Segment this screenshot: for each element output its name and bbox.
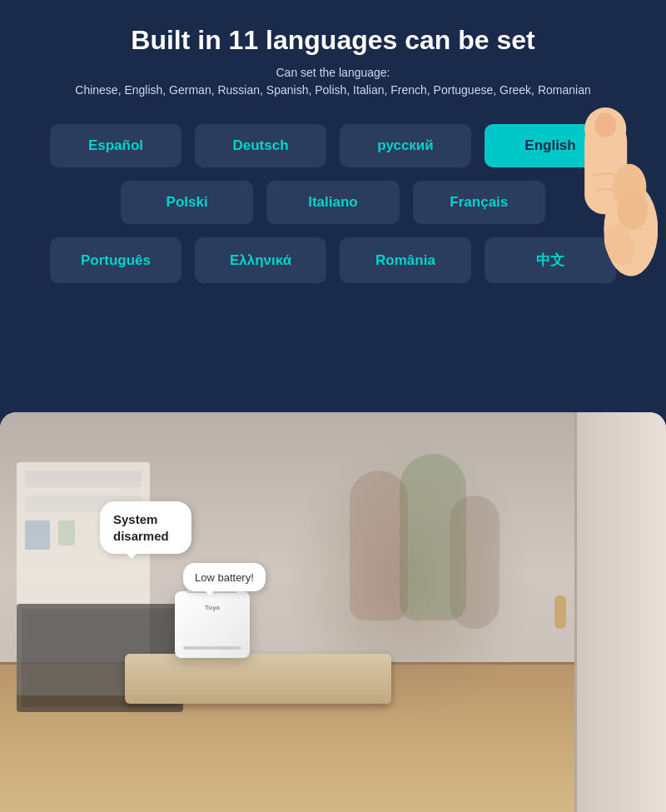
language-grid: Español Deutsch русский English Polski I… [17,116,649,283]
finger-illustration [558,75,658,291]
lang-btn-russian[interactable]: русский [340,124,471,167]
subtitle-line1: Can set the language: [276,66,390,79]
person-2 [350,471,408,620]
bubble-system-text: System disarmed [113,511,178,544]
device-brand-label: Tuya [205,604,220,611]
bubble-system-disarmed: System disarmed [100,501,191,554]
bubble-low-battery-text: Low battery! [195,571,254,584]
smart-device: Tuya [175,591,250,658]
demo-section: Tuya System disarmed Low battery! [0,412,666,812]
subtitle: Can set the language: Chinese, English, … [33,64,633,99]
finger-icon [558,75,658,291]
bubble-low-battery: Low battery! [183,563,266,591]
language-row-3: Português Ελληνικά România 中文 [50,237,616,283]
lang-btn-polski[interactable]: Polski [121,181,253,224]
table-surface [125,654,391,704]
subtitle-line2: Chinese, English, German, Russian, Spani… [75,83,590,97]
person-3 [450,496,500,629]
lang-btn-portugues[interactable]: Português [50,237,181,283]
svg-point-5 [617,191,648,229]
door-handle [554,595,566,629]
lang-btn-francais[interactable]: Français [413,181,545,224]
lang-btn-italiano[interactable]: Italiano [266,181,399,224]
lang-btn-espanol[interactable]: Español [50,124,181,167]
door [574,412,666,812]
lang-btn-romania[interactable]: România [340,237,471,283]
device-bar [183,646,241,650]
lang-btn-greek[interactable]: Ελληνικά [195,237,326,283]
language-row-2: Polski Italiano Français [121,181,545,224]
lang-btn-deutsch[interactable]: Deutsch [195,124,326,167]
language-row-1: Español Deutsch русский English [50,124,616,167]
room-background: Tuya System disarmed Low battery! [0,412,666,812]
svg-point-3 [594,113,616,138]
page-title: Built in 11 languages can be set [33,25,633,56]
